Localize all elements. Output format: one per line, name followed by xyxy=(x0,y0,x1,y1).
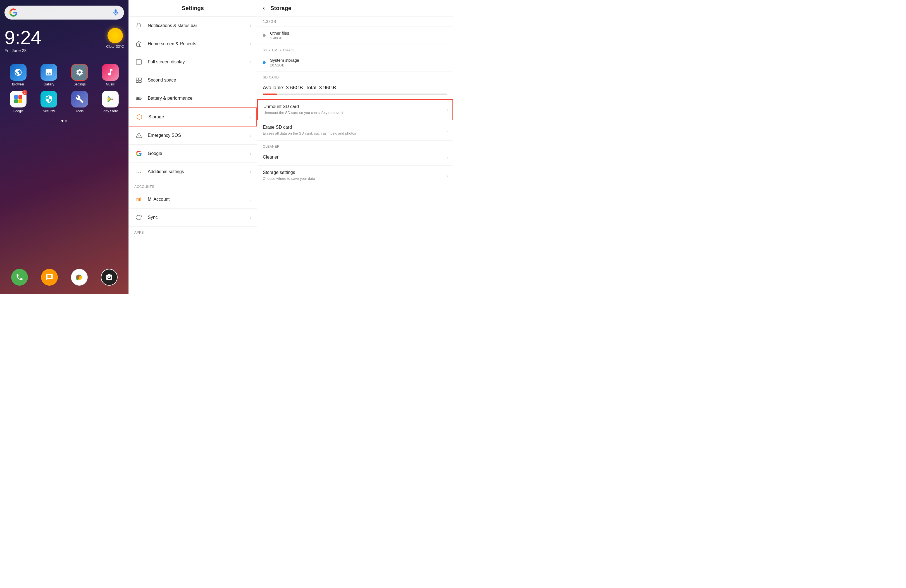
storage-truncated-size: 1.37GB xyxy=(257,16,453,27)
settings-item-mi-account[interactable]: mi Mi Account › xyxy=(129,190,257,209)
chevron-icon: › xyxy=(250,215,251,220)
dot-1 xyxy=(61,120,64,122)
app-grid-row2: 1 Google Security Tools Play Store xyxy=(5,91,124,113)
settings-item-emergency[interactable]: Emergency SOS › xyxy=(129,126,257,145)
dock-messages[interactable] xyxy=(41,269,58,285)
chevron-icon: › xyxy=(249,115,251,119)
app-music[interactable]: Music xyxy=(97,64,124,86)
chevron-icon: › xyxy=(250,96,251,100)
app-google-folder[interactable]: 1 Google xyxy=(5,91,32,113)
additional-icon: ··· xyxy=(134,167,143,176)
settings-list: Notifications & status bar › Home screen… xyxy=(129,17,257,294)
settings-item-google[interactable]: Google › xyxy=(129,145,257,163)
unmount-title: Unmount SD card xyxy=(263,104,343,109)
storage-settings-subtitle: Choose where to save your data xyxy=(263,176,315,181)
app-gallery-label: Gallery xyxy=(43,82,54,86)
app-dock xyxy=(5,266,124,288)
app-music-label: Music xyxy=(106,82,115,86)
settings-panel: Settings Notifications & status bar › Ho… xyxy=(128,0,257,294)
chevron-icon: › xyxy=(250,197,251,202)
notification-badge: 1 xyxy=(22,90,27,95)
chevron-icon: › xyxy=(250,24,251,28)
app-google-label: Google xyxy=(13,109,24,113)
date-display: Fri, June 28 xyxy=(5,48,41,53)
sd-card-info: Available: 3.66GB Total: 3.96GB xyxy=(257,81,453,99)
other-files-name: Other files xyxy=(270,31,447,35)
app-playstore-label: Play Store xyxy=(102,109,118,113)
app-tools-label: Tools xyxy=(76,109,83,113)
sd-card-text: Available: 3.66GB Total: 3.96GB xyxy=(263,85,447,91)
system-storage-dot xyxy=(263,61,266,64)
app-gallery[interactable]: Gallery xyxy=(35,64,62,86)
mi-account-label: Mi Account xyxy=(148,197,250,202)
erase-sd-card[interactable]: Erase SD card Erases all data on the SD … xyxy=(257,120,453,141)
fullscreen-label: Full screen display xyxy=(148,59,250,64)
storage-panel: ‹ Storage 1.37GB Other files 1.40GB SYST… xyxy=(257,0,453,294)
google-label: Google xyxy=(148,151,250,156)
back-button[interactable]: ‹ xyxy=(263,5,265,12)
erase-title: Erase SD card xyxy=(263,125,356,130)
dock-phone[interactable] xyxy=(11,269,28,285)
fullscreen-icon xyxy=(134,57,143,67)
clock-display: 9:24 xyxy=(5,28,41,47)
app-security-label: Security xyxy=(43,109,55,113)
settings-item-additional[interactable]: ··· Additional settings › xyxy=(129,163,257,181)
settings-item-secondspace[interactable]: Second space › xyxy=(129,71,257,89)
apps-section-header: APPS xyxy=(129,227,257,236)
settings-title: Settings xyxy=(134,5,251,11)
storage-settings-chevron: › xyxy=(447,174,448,178)
app-tools[interactable]: Tools xyxy=(66,91,93,113)
storage-icon xyxy=(135,113,144,121)
app-playstore[interactable]: Play Store xyxy=(97,91,124,113)
google-logo xyxy=(9,8,18,17)
additional-label: Additional settings xyxy=(148,169,250,174)
dock-camera[interactable] xyxy=(101,269,118,285)
storage-settings-title: Storage settings xyxy=(263,170,315,175)
accounts-section-header: ACCOUNTS xyxy=(129,181,257,190)
homescreen-label: Home screen & Recents xyxy=(148,41,250,46)
unmount-sd-card[interactable]: Unmount SD card Unmount the SD card so y… xyxy=(257,99,453,120)
app-browser[interactable]: Browser xyxy=(5,64,32,86)
dock-chrome[interactable] xyxy=(71,269,88,285)
storage-settings-item[interactable]: Storage settings Choose where to save yo… xyxy=(257,166,453,186)
system-storage-name: System storage xyxy=(270,58,447,62)
sd-progress-fill xyxy=(263,94,277,95)
system-storage-row[interactable]: System storage 10.51GB xyxy=(257,54,453,72)
emergency-icon xyxy=(134,131,143,140)
svg-rect-1 xyxy=(136,60,141,64)
settings-item-fullscreen[interactable]: Full screen display › xyxy=(129,53,257,71)
app-settings[interactable]: Settings xyxy=(66,64,93,86)
battery-label: Battery & performance xyxy=(148,96,250,101)
storage-title: Storage xyxy=(270,5,291,11)
cleaner-chevron: › xyxy=(447,156,448,160)
secondspace-icon xyxy=(134,76,143,84)
chevron-icon: › xyxy=(250,41,251,46)
settings-item-storage[interactable]: Storage › xyxy=(129,107,257,126)
sync-label: Sync xyxy=(148,215,250,220)
app-security[interactable]: Security xyxy=(35,91,62,113)
cleaner-item[interactable]: Cleaner › xyxy=(257,150,453,166)
sd-card-header: SD CARD xyxy=(257,72,453,81)
cleaner-title: Cleaner xyxy=(263,155,278,160)
microphone-icon[interactable] xyxy=(112,9,120,16)
chevron-icon: › xyxy=(250,151,251,156)
storage-other-files[interactable]: Other files 1.40GB xyxy=(257,27,453,45)
app-browser-label: Browser xyxy=(12,82,24,86)
settings-item-notifications[interactable]: Notifications & status bar › xyxy=(129,17,257,35)
battery-icon xyxy=(134,94,143,103)
app-grid-row1: Browser Gallery Settings Music xyxy=(5,64,124,86)
svg-rect-4 xyxy=(136,81,139,82)
google-icon xyxy=(134,149,143,158)
page-indicator xyxy=(5,120,124,122)
time-weather-widget: 9:24 Fri, June 28 Clear 33°C xyxy=(5,28,124,53)
settings-item-homescreen[interactable]: Home screen & Recents › xyxy=(129,35,257,53)
settings-item-battery[interactable]: Battery & performance › xyxy=(129,89,257,107)
chevron-icon: › xyxy=(250,60,251,64)
chevron-icon: › xyxy=(250,169,251,174)
search-bar[interactable] xyxy=(5,6,124,19)
erase-subtitle: Erases all data on the SD card, such as … xyxy=(263,131,356,136)
notifications-icon xyxy=(134,21,143,30)
notifications-label: Notifications & status bar xyxy=(148,23,250,28)
storage-header: ‹ Storage xyxy=(257,0,453,16)
settings-item-sync[interactable]: Sync › xyxy=(129,209,257,227)
